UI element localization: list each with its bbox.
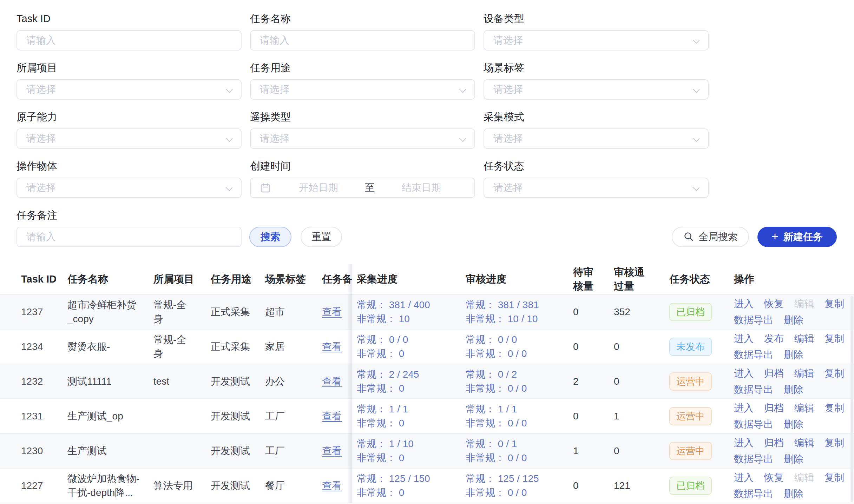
action-link[interactable]: 编辑 <box>794 401 814 415</box>
cell-collect-progress: 常规： 381 / 400 非常规： 10 <box>357 298 462 326</box>
action-link[interactable]: 复制 <box>825 332 844 346</box>
action-link[interactable]: 进入 <box>734 366 754 380</box>
cell-task-name: 微波炉加热食物-干扰-depth降... <box>67 472 147 500</box>
note-view-link[interactable]: 查看 <box>322 376 342 387</box>
placeholder-text: 请选择 <box>493 83 523 96</box>
action-link[interactable]: 进入 <box>734 332 754 346</box>
collect-regular: 常规： 125 / 150 <box>357 472 462 486</box>
action-link[interactable]: 删除 <box>784 383 803 397</box>
action-link[interactable]: 删除 <box>784 452 803 466</box>
scene-tag-select[interactable]: 请选择 <box>484 79 709 100</box>
action-link[interactable]: 复制 <box>825 297 844 311</box>
note-view-link[interactable]: 查看 <box>322 306 342 317</box>
cell-purpose: 正式采集 <box>211 305 260 319</box>
action-link[interactable]: 删除 <box>784 313 803 327</box>
action-link[interactable]: 数据导出 <box>734 383 773 397</box>
date-range-separator: 至 <box>365 181 375 194</box>
note-input[interactable]: 请输入 <box>17 227 242 247</box>
teleop-type-select[interactable]: 请选择 <box>250 128 475 149</box>
action-link[interactable]: 归档 <box>764 366 784 380</box>
chevron-down-icon <box>225 184 232 191</box>
action-link[interactable]: 进入 <box>734 401 754 415</box>
cell-task-id: 1231 <box>21 409 63 423</box>
action-link: 编辑 <box>794 471 814 485</box>
action-link[interactable]: 删除 <box>784 348 803 362</box>
filter-label: 任务状态 <box>484 160 709 172</box>
task-id-input[interactable]: 请输入 <box>17 30 242 51</box>
object-select[interactable]: 请选择 <box>17 178 242 198</box>
collect-irregular: 非常规： 0 <box>357 382 462 396</box>
action-link[interactable]: 发布 <box>764 332 784 346</box>
create-time-range-picker[interactable]: 开始日期 至 结束日期 <box>250 178 475 198</box>
global-search-button[interactable]: 全局搜索 <box>672 227 749 247</box>
table-scrollbar[interactable] <box>850 296 853 502</box>
cell-review-progress: 常规： 0 / 0 非常规： 0 / 0 <box>466 333 570 361</box>
action-link[interactable]: 恢复 <box>764 297 784 311</box>
action-link[interactable]: 数据导出 <box>734 417 773 431</box>
cell-project: test <box>153 374 195 389</box>
task-name-input[interactable]: 请输入 <box>250 30 475 51</box>
review-irregular: 非常规： 10 / 10 <box>466 312 570 326</box>
action-link[interactable]: 编辑 <box>794 366 814 380</box>
filter-label: 设备类型 <box>484 13 709 25</box>
cell-operations: 进入恢复编辑复制 数据导出删除 <box>734 471 839 501</box>
filter-label: Task ID <box>17 13 242 25</box>
col-header-passed-count: 审核通过量 <box>614 265 653 293</box>
atomic-ability-select[interactable]: 请选择 <box>17 128 242 149</box>
new-task-button[interactable]: + 新建任务 <box>757 227 837 247</box>
action-link[interactable]: 数据导出 <box>734 313 773 327</box>
action-link[interactable]: 数据导出 <box>734 348 773 362</box>
placeholder-text: 请选择 <box>26 181 56 194</box>
device-type-select[interactable]: 请选择 <box>484 30 709 51</box>
status-badge: 已归档 <box>669 303 712 321</box>
collect-mode-select[interactable]: 请选择 <box>484 128 709 149</box>
reset-button[interactable]: 重置 <box>301 227 342 247</box>
status-badge: 已归档 <box>669 477 712 495</box>
action-link[interactable]: 进入 <box>734 471 754 485</box>
filter-label: 创建时间 <box>250 160 475 172</box>
note-view-link[interactable]: 查看 <box>322 480 342 491</box>
col-header-task-status: 任务状态 <box>669 272 731 286</box>
start-date-placeholder[interactable]: 开始日期 <box>275 181 362 194</box>
action-link[interactable]: 归档 <box>764 436 784 450</box>
filter-label: 任务名称 <box>250 13 475 25</box>
action-link[interactable]: 编辑 <box>794 332 814 346</box>
placeholder-text: 请选择 <box>260 83 289 96</box>
filter-label: 采集模式 <box>484 111 709 123</box>
action-link[interactable]: 删除 <box>784 417 803 431</box>
project-select[interactable]: 请选择 <box>17 79 242 100</box>
action-link[interactable]: 数据导出 <box>734 487 773 501</box>
cell-collect-progress: 常规： 1 / 10 非常规： 0 <box>357 437 462 465</box>
note-view-link[interactable]: 查看 <box>322 445 342 456</box>
purpose-select[interactable]: 请选择 <box>250 79 475 100</box>
action-link[interactable]: 进入 <box>734 436 754 450</box>
action-link[interactable]: 删除 <box>784 487 803 501</box>
cell-collect-progress: 常规： 1 / 1 非常规： 0 <box>357 402 462 430</box>
table-row: 1230 生产测试 开发测试 工厂 查看 常规： 1 / 10 非常规： 0 常… <box>0 434 854 469</box>
review-irregular: 非常规： 0 / 0 <box>466 416 570 430</box>
action-link[interactable]: 复制 <box>825 436 844 450</box>
action-link[interactable]: 恢复 <box>764 471 784 485</box>
cell-pending-count: 2 <box>573 374 598 389</box>
end-date-placeholder[interactable]: 结束日期 <box>378 181 466 194</box>
cell-task-name: 生产测试_op <box>67 409 147 423</box>
action-link[interactable]: 复制 <box>825 471 844 485</box>
note-view-link[interactable]: 查看 <box>322 411 342 422</box>
chevron-down-icon <box>459 86 466 93</box>
action-link[interactable]: 编辑 <box>794 436 814 450</box>
cell-scene-tag: 工厂 <box>265 444 314 458</box>
action-link[interactable]: 数据导出 <box>734 452 773 466</box>
cell-task-name: 生产测试 <box>67 444 147 458</box>
filter-form: Task ID 请输入 任务名称 请输入 设备类型 请选择 所属项目 请选择 <box>0 0 854 198</box>
action-link[interactable]: 复制 <box>825 401 844 415</box>
task-status-select[interactable]: 请选择 <box>484 178 709 198</box>
action-link[interactable]: 复制 <box>825 366 844 380</box>
collect-irregular: 非常规： 10 <box>357 312 462 326</box>
cell-task-id: 1232 <box>21 374 63 389</box>
review-irregular: 非常规： 0 / 0 <box>466 451 570 465</box>
note-view-link[interactable]: 查看 <box>322 341 342 352</box>
search-button[interactable]: 搜索 <box>249 227 291 247</box>
action-link[interactable]: 进入 <box>734 297 754 311</box>
placeholder-text: 请选择 <box>493 132 523 145</box>
action-link[interactable]: 归档 <box>764 401 784 415</box>
